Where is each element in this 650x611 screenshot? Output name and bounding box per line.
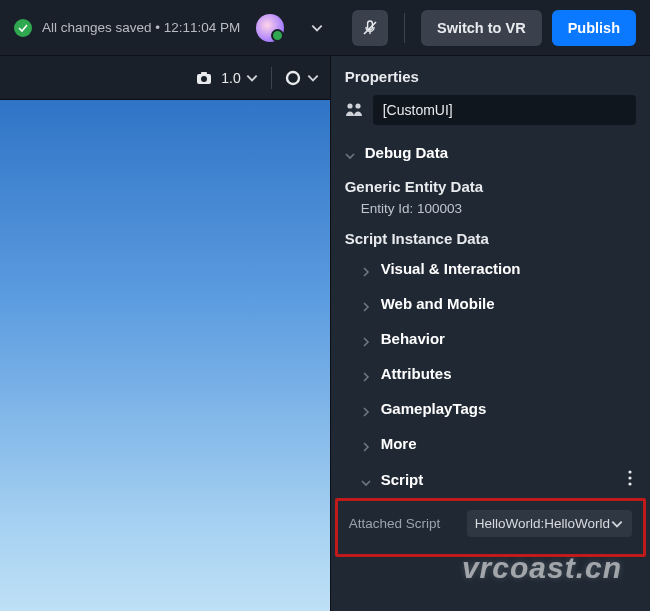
chevron-right-icon — [361, 334, 371, 344]
view-mode-dropdown[interactable] — [284, 69, 320, 87]
camera-button[interactable] — [195, 69, 213, 87]
section-attributes[interactable]: Attributes — [331, 356, 650, 391]
panel-title: Properties — [331, 56, 650, 95]
entity-id-text: Entity Id: 100003 — [331, 199, 650, 222]
chevron-right-icon — [361, 439, 371, 449]
chevron-right-icon — [361, 299, 371, 309]
svg-point-7 — [628, 470, 631, 473]
section-gameplaytags[interactable]: GameplayTags — [331, 391, 650, 426]
svg-point-5 — [347, 103, 352, 108]
section-script[interactable]: Script — [331, 461, 650, 498]
divider — [404, 13, 405, 43]
section-visual-interaction[interactable]: Visual & Interaction — [331, 251, 650, 286]
svg-point-9 — [628, 482, 631, 485]
section-more[interactable]: More — [331, 426, 650, 461]
kebab-icon[interactable] — [628, 470, 632, 489]
attached-script-value: HelloWorld:HelloWorld — [475, 516, 610, 531]
script-instance-heading: Script Instance Data — [331, 222, 650, 251]
publish-button[interactable]: Publish — [552, 10, 636, 46]
zoom-dropdown[interactable]: 1.0 — [221, 70, 258, 86]
attached-script-dropdown[interactable]: HelloWorld:HelloWorld — [467, 510, 632, 537]
svg-point-3 — [201, 76, 207, 82]
circle-icon — [284, 69, 302, 87]
chevron-down-icon — [610, 517, 624, 531]
svg-rect-2 — [201, 72, 207, 75]
chevron-down-icon — [245, 71, 259, 85]
svg-point-4 — [287, 72, 299, 84]
section-behavior[interactable]: Behavior — [331, 321, 650, 356]
camera-icon — [195, 69, 213, 87]
chevron-down-icon — [361, 475, 371, 485]
zoom-value: 1.0 — [221, 70, 240, 86]
attached-script-label: Attached Script — [349, 516, 459, 531]
status-indicator — [14, 19, 32, 37]
mic-mute-button[interactable] — [352, 10, 388, 46]
switch-vr-button[interactable]: Switch to VR — [421, 10, 542, 46]
generic-entity-heading: Generic Entity Data — [331, 170, 650, 199]
avatar[interactable] — [256, 14, 284, 42]
chevron-right-icon — [361, 369, 371, 379]
section-debug-data[interactable]: Debug Data — [331, 135, 650, 170]
chevron-right-icon — [361, 404, 371, 414]
entity-icon — [345, 101, 363, 119]
chevron-down-icon — [345, 148, 355, 158]
chevron-right-icon — [361, 264, 371, 274]
svg-point-6 — [355, 103, 360, 108]
section-web-mobile[interactable]: Web and Mobile — [331, 286, 650, 321]
chevron-down-icon[interactable] — [310, 21, 324, 35]
viewport-canvas[interactable] — [0, 100, 330, 611]
svg-point-8 — [628, 476, 631, 479]
entity-name-input[interactable]: [CustomUI] — [373, 95, 636, 125]
chevron-down-icon — [306, 71, 320, 85]
status-text: All changes saved • 12:11:04 PM — [42, 20, 240, 35]
divider — [271, 67, 272, 89]
